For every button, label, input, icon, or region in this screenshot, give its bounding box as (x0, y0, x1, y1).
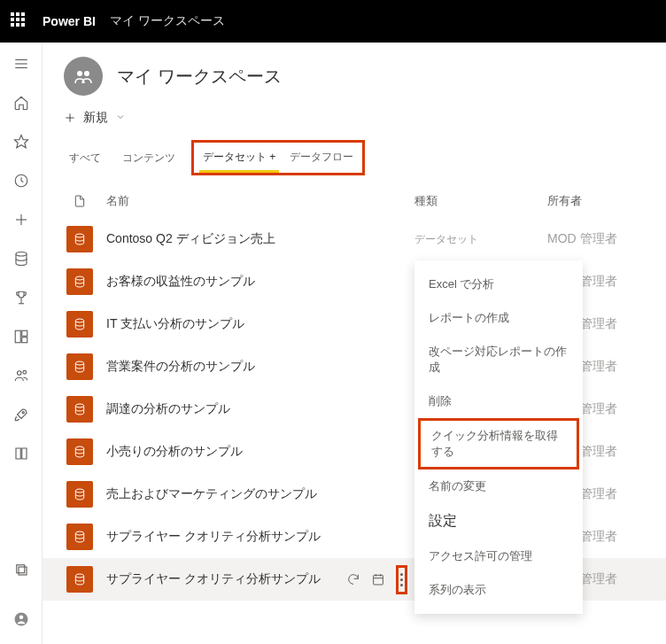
svg-rect-12 (21, 330, 27, 336)
svg-marker-3 (14, 136, 27, 148)
row-name[interactable]: サプライヤー クオリティ分析サンプル (96, 571, 346, 587)
dataset-icon (66, 268, 93, 295)
refresh-icon[interactable] (346, 572, 360, 586)
rocket-icon[interactable] (7, 400, 35, 429)
menu-item[interactable]: 設定 (414, 503, 583, 539)
more-options-button[interactable] (396, 565, 407, 594)
plus-icon[interactable] (7, 206, 35, 234)
svg-point-26 (75, 276, 83, 280)
col-owner-header[interactable]: 所有者 (547, 193, 645, 209)
dataset-icon (66, 311, 93, 338)
tab-all[interactable]: すべて (64, 144, 106, 173)
svg-point-7 (16, 252, 27, 257)
dataset-icon (66, 396, 93, 423)
row-name[interactable]: IT 支払い分析のサンプル (96, 316, 414, 332)
menu-item[interactable]: Excel で分析 (414, 268, 583, 301)
app-launcher-icon[interactable] (11, 12, 28, 30)
row-name[interactable]: 売上およびマーケティングのサンプル (96, 486, 414, 502)
svg-point-27 (75, 319, 83, 322)
table-row[interactable]: Contoso Q2 ディビジョン売上データセットMOD 管理者 (43, 218, 666, 260)
dataset-icon (66, 524, 93, 550)
tab-content[interactable]: コンテンツ (117, 144, 181, 173)
chevron-down-icon (115, 111, 126, 125)
svg-rect-34 (374, 575, 383, 585)
database-icon[interactable] (7, 244, 35, 273)
new-button[interactable]: 新規 (43, 103, 666, 140)
svg-point-28 (75, 361, 83, 365)
svg-point-15 (22, 370, 26, 374)
svg-point-31 (75, 489, 83, 493)
dataset-icon (66, 353, 93, 380)
row-owner: MOD 管理者 (547, 231, 645, 247)
svg-point-25 (75, 234, 83, 237)
col-type-header[interactable]: 種類 (414, 193, 547, 209)
svg-point-14 (17, 371, 21, 376)
home-icon[interactable] (7, 89, 35, 117)
row-name[interactable]: 営業案件の分析のサンプル (96, 359, 414, 375)
menu-item[interactable]: 名前の変更 (414, 469, 583, 503)
dataset-icon (66, 481, 93, 508)
svg-point-30 (75, 446, 83, 450)
stack-icon[interactable] (7, 555, 35, 584)
svg-point-32 (75, 531, 83, 535)
rows-container: Contoso Q2 ディビジョン売上データセットMOD 管理者お客様の収益性の… (43, 218, 666, 601)
svg-point-21 (77, 71, 82, 76)
clock-icon[interactable] (7, 167, 35, 195)
row-type: データセット (414, 232, 547, 247)
row-name[interactable]: 小売りの分析のサンプル (96, 444, 414, 460)
svg-rect-17 (16, 565, 24, 573)
hamburger-icon[interactable] (7, 50, 35, 78)
schedule-icon[interactable] (371, 572, 385, 586)
book-icon[interactable] (7, 439, 35, 468)
avatar-icon[interactable] (7, 605, 35, 633)
context-menu: Excel で分析レポートの作成改ページ対応レポートの作成削除クイック分析情報を… (414, 260, 583, 614)
row-name[interactable]: 調達の分析のサンプル (96, 401, 414, 417)
menu-item[interactable]: アクセス許可の管理 (414, 539, 583, 573)
menu-item[interactable]: レポートの作成 (414, 301, 583, 335)
svg-rect-13 (21, 338, 27, 343)
row-name[interactable]: お客様の収益性のサンプル (96, 274, 414, 290)
tab-datasets[interactable]: データセット + (199, 144, 279, 173)
workspace-avatar (64, 57, 103, 96)
col-icon-header (64, 194, 96, 208)
topbar-workspace-label: マイ ワークスペース (110, 13, 225, 29)
workspace-title: マイ ワークスペース (117, 65, 282, 89)
dataset-icon (66, 566, 93, 593)
highlight-tabs: データセット + データフロー (191, 140, 365, 175)
people-icon[interactable] (7, 361, 35, 390)
svg-rect-18 (19, 567, 27, 575)
svg-point-33 (75, 574, 83, 578)
menu-item[interactable]: 改ページ対応レポートの作成 (414, 335, 583, 384)
dataset-icon (66, 438, 93, 465)
svg-point-29 (75, 404, 83, 407)
dataset-icon (66, 226, 93, 252)
new-label: 新規 (83, 110, 108, 126)
menu-item[interactable]: クイック分析情報を取得する (418, 418, 579, 469)
row-name[interactable]: サプライヤー クオリティ分析サンプル (96, 529, 414, 545)
left-rail (0, 43, 43, 644)
tab-dataflows[interactable]: データフロー (286, 144, 357, 173)
trophy-icon[interactable] (7, 283, 35, 312)
svg-point-20 (19, 616, 23, 620)
svg-rect-11 (15, 330, 20, 343)
app-icon[interactable] (7, 322, 35, 351)
menu-item[interactable]: 削除 (414, 384, 583, 418)
svg-point-16 (22, 412, 24, 414)
row-name[interactable]: Contoso Q2 ディビジョン売上 (96, 231, 414, 247)
col-name-header[interactable]: 名前 (96, 193, 414, 209)
svg-point-22 (84, 71, 89, 76)
star-icon[interactable] (7, 128, 35, 156)
brand-label: Power BI (43, 14, 96, 28)
menu-item[interactable]: 系列の表示 (414, 573, 583, 607)
